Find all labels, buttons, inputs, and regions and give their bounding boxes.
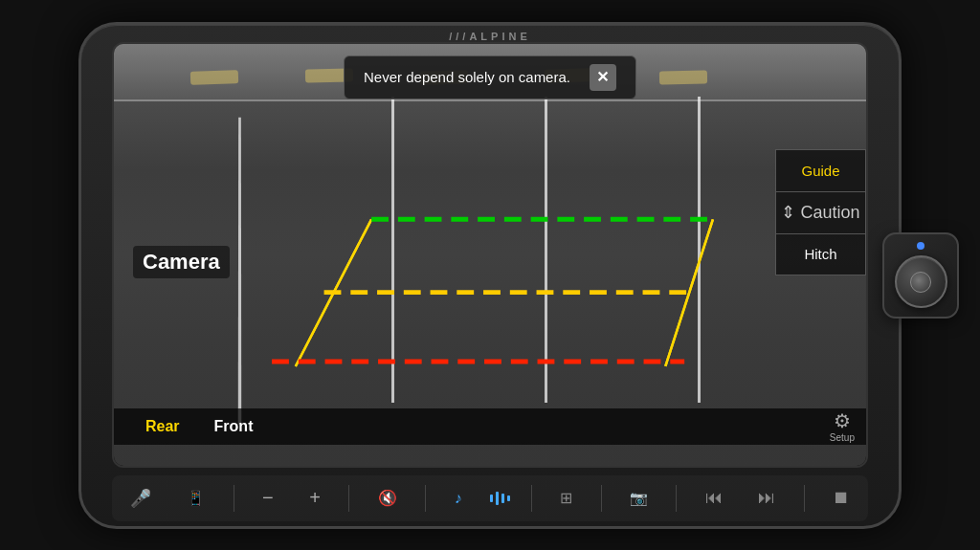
grid-icon[interactable]: ⊞ <box>552 485 580 511</box>
bluetooth-indicator <box>917 242 924 250</box>
guide-button[interactable]: Guide <box>775 149 866 191</box>
volume-knob[interactable] <box>895 255 947 308</box>
control-bar: 🎤 📱 − + 🔇 ♪ ⊞ 📷 ⏮ ⏭ ⏹ <box>112 475 868 521</box>
bottom-nav: Rear Front ⚙ Setup <box>114 408 866 445</box>
separator-3 <box>425 485 426 512</box>
remote-device <box>882 232 959 319</box>
setup-label: Setup <box>830 432 855 443</box>
screen: Never depend solely on camera. ✕ Camera … <box>112 42 868 468</box>
separator-6 <box>676 485 677 512</box>
arrows-icon: ⇕ <box>781 202 795 223</box>
music-bar <box>490 492 510 505</box>
separator-4 <box>531 485 532 512</box>
gear-icon: ⚙ <box>834 409 851 432</box>
camera-label: Camera <box>133 246 230 278</box>
power-icon[interactable]: ⏹ <box>825 484 858 512</box>
separator-5 <box>601 485 602 512</box>
bar-4 <box>507 495 510 501</box>
close-button[interactable]: ✕ <box>590 64 616 91</box>
right-panel: Guide ⇕ Caution Hitch <box>775 149 866 275</box>
minus-icon[interactable]: − <box>255 483 281 513</box>
hitch-button[interactable]: Hitch <box>775 233 866 275</box>
main-device: ///ALPINE <box>78 22 902 529</box>
bar-2 <box>496 492 499 505</box>
caution-button[interactable]: ⇕ Caution <box>775 191 866 233</box>
front-button[interactable]: Front <box>197 418 271 435</box>
alpine-logo: ///ALPINE <box>449 31 531 42</box>
mic-icon[interactable]: 🎤 <box>122 484 159 513</box>
separator-2 <box>348 485 349 512</box>
plus-icon[interactable]: + <box>301 483 328 513</box>
warning-text: Never depend solely on camera. <box>364 69 570 85</box>
music-icon[interactable]: ♪ <box>447 486 470 511</box>
bar-1 <box>490 495 493 502</box>
bar-3 <box>501 494 504 503</box>
rear-button[interactable]: Rear <box>128 418 197 435</box>
separator-7 <box>804 485 805 512</box>
prev-icon[interactable]: ⏮ <box>698 484 730 512</box>
setup-button[interactable]: ⚙ Setup <box>830 409 855 443</box>
warning-banner: Never depend solely on camera. ✕ <box>344 55 636 99</box>
caution-label: Caution <box>800 203 859 223</box>
separator-1 <box>234 485 234 512</box>
mute-icon[interactable]: 🔇 <box>370 485 405 511</box>
next-icon[interactable]: ⏭ <box>750 484 783 512</box>
phone-icon[interactable]: 📱 <box>179 486 212 511</box>
cam-icon[interactable]: 📷 <box>622 486 656 511</box>
scene: ///ALPINE <box>0 0 980 550</box>
